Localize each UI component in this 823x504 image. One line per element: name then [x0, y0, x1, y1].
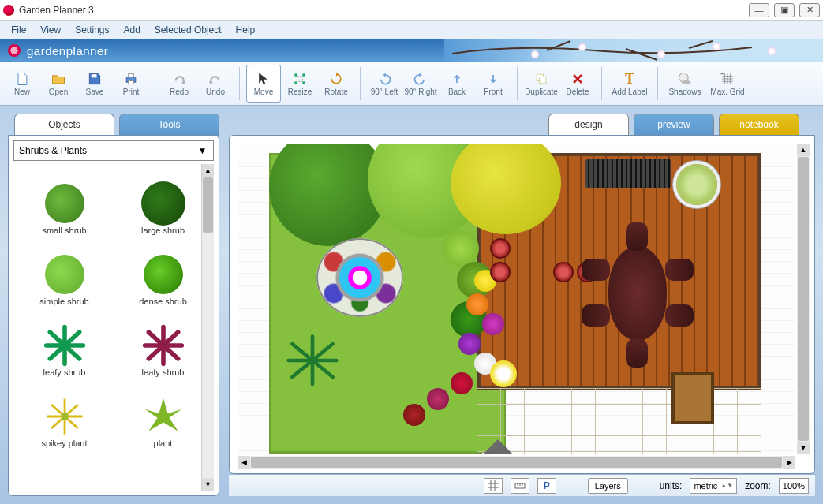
p-button[interactable]: P	[537, 478, 556, 494]
pot-object[interactable]	[490, 262, 511, 282]
menu-view[interactable]: View	[34, 22, 67, 38]
tab-design[interactable]: design	[548, 114, 629, 136]
save-button[interactable]: Save	[77, 65, 112, 103]
tab-preview[interactable]: preview	[634, 114, 714, 136]
rotate-right-button[interactable]: 90° Right	[403, 65, 438, 103]
pot-object[interactable]	[553, 262, 574, 282]
chair-object[interactable]	[665, 304, 694, 327]
bbq-object[interactable]	[585, 159, 671, 188]
canvas-hscrollbar[interactable]: ◀ ▶	[238, 456, 795, 469]
maximize-button[interactable]: ▣	[774, 3, 795, 17]
duplicate-button[interactable]: Duplicate	[524, 65, 559, 103]
scroll-up-icon[interactable]: ▲	[202, 164, 214, 177]
palette-item[interactable]: dense shrub	[115, 238, 211, 306]
delete-icon	[569, 70, 586, 88]
flower-object[interactable]	[403, 404, 425, 426]
tab-notebook[interactable]: notebook	[719, 114, 799, 136]
print-button[interactable]: Print	[114, 65, 148, 103]
redo-button[interactable]: Redo	[162, 65, 196, 103]
palette-item[interactable]: leafy shrub	[115, 309, 211, 377]
brand-text: gardenplanner	[27, 44, 108, 58]
shadows-button[interactable]: Shadows	[664, 65, 705, 103]
scroll-down-icon[interactable]: ▼	[797, 442, 810, 454]
fountain-object[interactable]	[316, 238, 403, 317]
scroll-thumb[interactable]	[203, 177, 213, 233]
palette-item[interactable]: leafy shrub	[17, 309, 112, 377]
palette-item[interactable]: plant	[115, 380, 211, 448]
zoom-label: zoom:	[745, 480, 771, 491]
chair-object[interactable]	[582, 304, 610, 327]
back-button[interactable]: Back	[440, 65, 474, 103]
svg-rect-5	[302, 73, 305, 76]
new-file-icon	[13, 70, 31, 88]
brick-wall[interactable]	[269, 453, 482, 454]
scroll-right-icon[interactable]: ▶	[783, 456, 795, 469]
table-object[interactable]	[608, 246, 667, 341]
move-button[interactable]: Move	[246, 65, 281, 103]
scroll-down-icon[interactable]: ▼	[202, 478, 214, 491]
new-button[interactable]: New	[5, 65, 39, 103]
chair-object[interactable]	[626, 339, 648, 368]
duplicate-icon	[533, 70, 550, 88]
canvas-vscrollbar[interactable]: ▲ ▼	[797, 144, 810, 454]
svg-rect-4	[294, 73, 297, 76]
menu-selected-object[interactable]: Selected Object	[148, 22, 228, 38]
layers-button[interactable]: Layers	[588, 478, 628, 494]
units-select[interactable]: metric▲▼	[690, 478, 737, 494]
palette-scrollbar[interactable]: ▲ ▼	[201, 164, 214, 491]
flower-object[interactable]	[427, 388, 449, 410]
tab-tools[interactable]: Tools	[119, 114, 219, 136]
move-cursor-icon	[255, 70, 272, 88]
add-label-button[interactable]: TAdd Label	[608, 65, 651, 103]
menu-settings[interactable]: Settings	[69, 22, 115, 38]
tab-objects[interactable]: Objects	[14, 114, 114, 136]
category-dropdown[interactable]: Shrubs & Plants ▼	[13, 140, 214, 161]
menu-help[interactable]: Help	[230, 22, 262, 38]
text-icon: T	[621, 70, 638, 88]
front-button[interactable]: Front	[476, 65, 511, 103]
design-canvas[interactable]	[238, 144, 795, 454]
palette-item[interactable]: large shrub	[115, 167, 211, 235]
resize-button[interactable]: Resize	[282, 65, 317, 103]
svg-point-13	[61, 413, 68, 420]
menu-file[interactable]: File	[5, 22, 32, 38]
palette-item[interactable]: spikey plant	[17, 380, 112, 448]
grid-toggle-button[interactable]	[484, 478, 503, 494]
scroll-up-icon[interactable]: ▲	[797, 144, 810, 156]
chair-object[interactable]	[626, 222, 648, 251]
flower-object[interactable]	[482, 313, 504, 335]
sidebar: Objects Tools Shrubs & Plants ▼ small sh…	[8, 114, 219, 496]
flower-object[interactable]	[466, 293, 488, 315]
bench-object[interactable]	[671, 372, 714, 424]
save-disk-icon	[86, 70, 103, 88]
svg-rect-10	[540, 77, 546, 84]
flower-object[interactable]	[490, 360, 517, 387]
max-grid-button[interactable]: Max. Grid	[707, 65, 748, 103]
planter-object[interactable]	[676, 164, 717, 205]
units-label: units:	[660, 480, 683, 491]
menu-add[interactable]: Add	[118, 22, 147, 38]
scroll-thumb[interactable]	[251, 457, 782, 468]
palette-item[interactable]: small shrub	[17, 167, 112, 235]
palette-item[interactable]: simple shrub	[17, 238, 112, 306]
chair-object[interactable]	[665, 259, 694, 281]
rotate-button[interactable]: Rotate	[319, 65, 354, 103]
minimize-button[interactable]: —	[749, 3, 769, 17]
scroll-left-icon[interactable]: ◀	[238, 456, 250, 469]
undo-button[interactable]: Undo	[198, 65, 233, 103]
flower-object[interactable]	[458, 333, 481, 355]
scroll-thumb[interactable]	[798, 157, 809, 441]
ruler-toggle-button[interactable]	[511, 478, 529, 494]
paving-area[interactable]	[477, 388, 761, 454]
close-button[interactable]: ✕	[799, 3, 820, 17]
zoom-select[interactable]: 100%	[779, 478, 809, 494]
rotate-left-icon	[376, 70, 393, 88]
flower-object[interactable]	[451, 372, 473, 394]
delete-button[interactable]: Delete	[560, 65, 595, 103]
chair-object[interactable]	[582, 259, 610, 281]
rotate-left-button[interactable]: 90° Left	[367, 65, 402, 103]
svg-rect-2	[129, 73, 134, 77]
fern-object[interactable]	[285, 333, 340, 388]
open-button[interactable]: Open	[41, 65, 76, 103]
pot-object[interactable]	[490, 238, 511, 259]
